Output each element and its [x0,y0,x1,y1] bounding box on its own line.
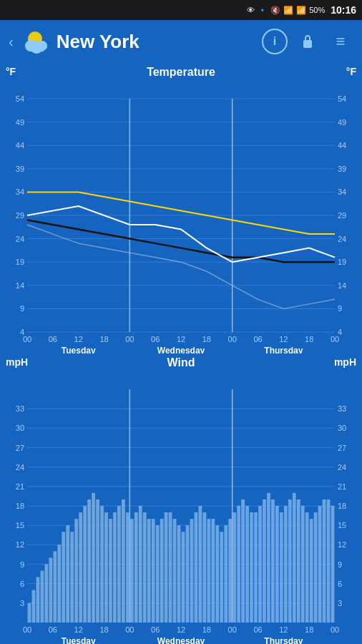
svg-rect-5 [303,40,312,48]
info-button[interactable]: i [262,29,288,54]
mute-icon: 🔇 [270,6,280,15]
weather-icon [21,27,49,56]
wifi-icon: 📶 [283,6,293,15]
bluetooth-icon: 🔹 [258,6,268,15]
wind-unit-left: mpH [6,356,28,368]
battery-percent: 50% [309,6,325,14]
temperature-section: °F Temperature °F [0,63,362,353]
lock-button[interactable] [295,29,321,54]
app-header: ‹ New York i ≡ [0,20,362,63]
wind-chart-canvas [0,369,362,644]
wind-section: mpH Wind mpH [0,353,362,644]
clock: 10:16 [331,4,356,16]
wind-unit-right: mpH [334,356,356,368]
status-bar: 👁 🔹 🔇 📶 📶 50% 10:16 [0,0,362,20]
svg-rect-4 [29,46,44,52]
signal-icon: 📶 [296,6,306,15]
city-name: New York [57,31,255,53]
wind-chart-title: Wind [0,353,362,369]
back-button[interactable]: ‹ [9,34,14,50]
temp-chart-canvas [0,79,362,369]
temp-unit-right: °F [346,66,356,77]
eye-icon: 👁 [247,6,255,14]
temp-chart-title: Temperature [0,63,362,79]
temp-unit-left: °F [6,66,16,77]
menu-button[interactable]: ≡ [328,29,353,54]
